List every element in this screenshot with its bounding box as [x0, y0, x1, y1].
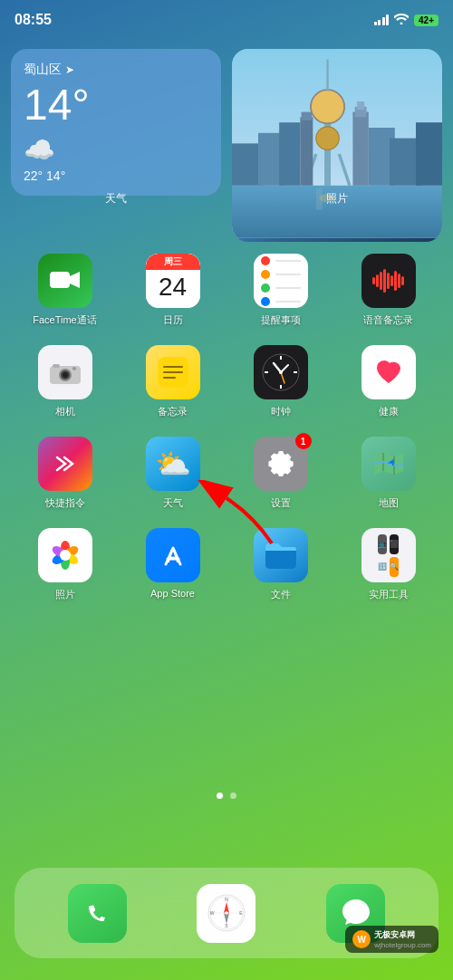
app-item-files[interactable]: 文件: [245, 528, 317, 601]
health-label: 健康: [379, 405, 399, 418]
reminders-label: 提醒事项: [261, 313, 301, 327]
voice-label: 语音备忘录: [363, 313, 413, 327]
utilities-grid: 📺 ⬛ 🔢 🔍: [371, 527, 406, 584]
app-row-1: FaceTime通话 周三 24 日历: [11, 254, 442, 327]
weather-app-icon: ⛅: [146, 437, 200, 491]
app-item-photos[interactable]: 照片: [29, 528, 101, 601]
notes-label: 备忘录: [158, 405, 188, 418]
svg-text:W: W: [210, 910, 215, 916]
phone-dock-icon: [68, 884, 127, 943]
app-item-reminders[interactable]: 提醒事项: [245, 254, 317, 327]
app-item-health[interactable]: 健康: [352, 345, 425, 418]
facetime-icon: [38, 254, 92, 308]
app-item-weather[interactable]: ⛅ 天气: [137, 437, 209, 510]
maps-icon: [361, 437, 416, 491]
calendar-date: 24: [159, 270, 187, 303]
svg-rect-32: [163, 366, 183, 368]
app-item-calendar[interactable]: 周三 24 日历: [137, 254, 209, 327]
weather-temp: 14°: [24, 82, 208, 130]
app-item-shortcuts[interactable]: 快捷指令: [29, 437, 101, 510]
svg-marker-24: [70, 272, 80, 288]
weather-condition-icon: ☁️: [24, 135, 208, 165]
app-item-utilities[interactable]: 📺 ⬛ 🔢 🔍 实用工具: [352, 528, 425, 601]
clock-label: 时钟: [271, 405, 291, 418]
maps-label: 地图: [379, 496, 399, 510]
app-item-notes[interactable]: 备忘录: [137, 345, 209, 418]
dock-item-safari[interactable]: N S E W: [197, 884, 255, 943]
utilities-label: 实用工具: [369, 588, 409, 601]
svg-rect-34: [163, 377, 176, 379]
photos-widget[interactable]: [232, 49, 442, 242]
app-item-camera[interactable]: 相机: [29, 345, 101, 418]
app-item-appstore[interactable]: A App Store: [137, 528, 209, 601]
photos-widget-label: 照片: [232, 191, 442, 207]
wifi-icon: [394, 13, 409, 27]
files-label: 文件: [271, 588, 291, 601]
photos-app-label: 照片: [55, 588, 75, 601]
signal-icon: [374, 14, 390, 25]
appstore-label: App Store: [150, 588, 195, 599]
shortcuts-icon: [38, 437, 92, 491]
calendar-header: 周三: [146, 254, 200, 270]
dock-item-phone[interactable]: [68, 884, 127, 943]
svg-rect-20: [302, 112, 313, 120]
weather-widget-wrapper: 蜀山区 ➤ 14° ☁️ 22° 14° 天气: [11, 49, 221, 187]
app-item-facetime[interactable]: FaceTime通话: [29, 254, 101, 327]
svg-rect-26: [53, 364, 60, 368]
voice-icon: [361, 254, 416, 308]
page-dot-2: [230, 793, 236, 799]
settings-label: 设置: [271, 496, 291, 510]
reminders-inner: [254, 254, 308, 308]
watermark-icon: W: [352, 930, 371, 948]
app-item-maps[interactable]: 地图: [352, 437, 425, 510]
svg-rect-33: [163, 371, 183, 373]
facetime-label: FaceTime通话: [33, 313, 97, 327]
svg-rect-16: [352, 112, 368, 186]
svg-text:N: N: [225, 897, 228, 902]
utilities-icon: 📺 ⬛ 🔢 🔍: [361, 528, 416, 582]
svg-point-43: [279, 370, 283, 374]
svg-rect-4: [279, 122, 300, 186]
appstore-icon: A: [146, 528, 200, 582]
app-row-3: 快捷指令 ⛅ 天气 1 设置: [11, 437, 442, 510]
notes-icon: [146, 345, 200, 399]
svg-rect-19: [300, 117, 313, 185]
health-icon: [361, 345, 416, 399]
battery-icon: 42+: [414, 14, 439, 26]
weather-widget-label: 天气: [11, 191, 221, 207]
app-row-2: 相机 备忘录: [11, 345, 442, 418]
calendar-label: 日历: [163, 313, 183, 327]
files-icon: [254, 528, 308, 582]
app-grid: FaceTime通话 周三 24 日历: [11, 254, 442, 620]
watermark-site: wjhotelgroup.com: [374, 941, 431, 949]
safari-dock-icon: N S E W: [197, 884, 255, 943]
calendar-icon: 周三 24: [146, 254, 200, 308]
watermark-logo: W 无极安卓网 wjhotelgroup.com: [352, 929, 431, 949]
svg-point-30: [72, 367, 76, 370]
camera-icon: [38, 345, 92, 399]
app-item-settings[interactable]: 1 设置: [245, 437, 317, 510]
camera-label: 相机: [55, 405, 75, 418]
svg-point-29: [63, 372, 68, 378]
settings-icon: 1: [254, 437, 308, 491]
weather-range: 22° 14°: [24, 168, 208, 183]
svg-rect-23: [50, 272, 70, 288]
weather-location: 蜀山区 ➤: [24, 62, 208, 78]
svg-point-10: [316, 127, 340, 150]
app-item-voice[interactable]: 语音备忘录: [352, 254, 425, 327]
photos-icon: [38, 528, 92, 582]
watermark-label: 无极安卓网: [374, 929, 431, 941]
app-item-clock[interactable]: 时钟: [245, 345, 317, 418]
weather-widget[interactable]: 蜀山区 ➤ 14° ☁️ 22° 14°: [11, 49, 221, 196]
photos-placeholder: [232, 49, 442, 242]
svg-rect-18: [357, 101, 364, 110]
weather-app-label: 天气: [163, 496, 183, 510]
status-time: 08:55: [14, 12, 52, 28]
clock-icon: [254, 345, 308, 399]
photos-widget-wrapper: 照片: [232, 49, 442, 187]
app-row-4: 照片 A App Store 文件: [11, 528, 442, 601]
status-icons: 42+: [374, 13, 439, 27]
svg-rect-7: [416, 122, 442, 186]
svg-point-52: [60, 550, 71, 561]
widgets-area: 蜀山区 ➤ 14° ☁️ 22° 14° 天气: [11, 49, 442, 212]
